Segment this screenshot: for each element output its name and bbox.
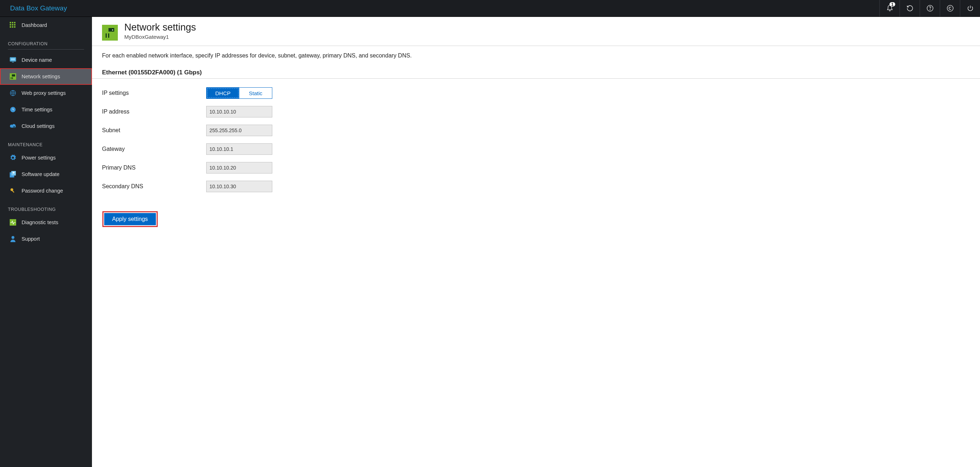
- sidebar-label: Diagnostic tests: [22, 219, 58, 225]
- input-ip-address[interactable]: [206, 106, 272, 118]
- svg-rect-3: [10, 22, 11, 23]
- row-ip-address: IP address: [102, 102, 970, 121]
- label-ip-address: IP address: [102, 108, 206, 115]
- sidebar-item-support[interactable]: Support: [0, 230, 92, 247]
- sidebar-item-device-name[interactable]: Device name: [0, 52, 92, 68]
- help-button[interactable]: [920, 0, 940, 16]
- row-ip-settings: IP settings DHCP Static: [102, 84, 970, 102]
- page-network-icon: [102, 25, 118, 41]
- sidebar: Dashboard CONFIGURATION Device name Netw…: [0, 17, 92, 467]
- svg-rect-9: [10, 26, 11, 28]
- svg-rect-28: [108, 28, 114, 32]
- apply-settings-button[interactable]: Apply settings: [104, 213, 156, 225]
- sidebar-label: Cloud settings: [22, 123, 55, 129]
- ethernet-heading: Ethernet (00155D2FA000) (1 Gbps): [92, 59, 980, 79]
- label-ip-settings: IP settings: [102, 90, 206, 96]
- ip-settings-toggle: DHCP Static: [206, 87, 272, 99]
- monitor-icon: [10, 56, 16, 64]
- gear-icon: [10, 154, 16, 161]
- svg-rect-16: [11, 77, 11, 79]
- svg-rect-29: [106, 33, 107, 38]
- sidebar-label: Power settings: [22, 155, 56, 160]
- copyright-button[interactable]: [940, 0, 960, 16]
- sidebar-label: Web proxy settings: [22, 90, 66, 96]
- copyright-icon: [947, 5, 954, 12]
- sidebar-label: Network settings: [22, 74, 60, 79]
- input-gateway[interactable]: [206, 143, 272, 155]
- sidebar-label: Software update: [22, 172, 60, 177]
- sidebar-section-maintenance: MAINTENANCE: [0, 134, 92, 149]
- svg-rect-10: [12, 26, 13, 28]
- sidebar-item-dashboard[interactable]: Dashboard: [0, 17, 92, 33]
- key-icon: [10, 187, 16, 194]
- svg-rect-5: [14, 22, 16, 23]
- toggle-dhcp[interactable]: DHCP: [207, 87, 239, 98]
- help-icon: [926, 5, 934, 12]
- power-button[interactable]: [960, 0, 980, 16]
- input-secondary-dns[interactable]: [206, 181, 272, 192]
- page-title: Network settings: [124, 22, 196, 33]
- svg-rect-6: [10, 24, 11, 25]
- refresh-icon: [906, 5, 913, 12]
- heartbeat-icon: [10, 219, 16, 226]
- input-primary-dns[interactable]: [206, 162, 272, 173]
- svg-rect-24: [12, 191, 14, 193]
- sidebar-label: Support: [22, 236, 40, 242]
- row-gateway: Gateway: [102, 140, 970, 159]
- row-secondary-dns: Secondary DNS: [102, 177, 970, 196]
- svg-rect-13: [11, 58, 15, 61]
- dashboard-icon: [10, 22, 16, 29]
- sidebar-label: Device name: [22, 57, 52, 63]
- label-gateway: Gateway: [102, 146, 206, 152]
- cloud-gear-icon: [10, 122, 16, 130]
- page-header: Network settings MyDBoxGateway1: [92, 17, 980, 46]
- row-primary-dns: Primary DNS: [102, 159, 970, 177]
- row-subnet: Subnet: [102, 121, 970, 140]
- sidebar-item-power-settings[interactable]: Power settings: [0, 149, 92, 166]
- sidebar-item-password-change[interactable]: Password change: [0, 183, 92, 199]
- app-title: Data Box Gateway: [0, 4, 67, 12]
- svg-rect-4: [12, 22, 13, 23]
- sidebar-section-troubleshooting: TROUBLESHOOTING: [0, 199, 92, 214]
- update-icon: [10, 171, 16, 178]
- svg-rect-30: [108, 33, 109, 38]
- sidebar-item-software-update[interactable]: Software update: [0, 166, 92, 183]
- sidebar-item-web-proxy[interactable]: Web proxy settings: [0, 85, 92, 101]
- main-content: Network settings MyDBoxGateway1 For each…: [92, 17, 980, 467]
- clock-icon: [10, 106, 16, 113]
- sidebar-item-cloud-settings[interactable]: Cloud settings: [0, 118, 92, 134]
- person-icon: [10, 235, 16, 243]
- power-icon: [967, 5, 974, 12]
- input-subnet[interactable]: [206, 125, 272, 136]
- notifications-button[interactable]: 1: [880, 0, 899, 16]
- sidebar-section-configuration: CONFIGURATION: [8, 33, 84, 49]
- svg-rect-8: [14, 24, 16, 25]
- refresh-button[interactable]: [899, 0, 920, 16]
- svg-rect-11: [14, 26, 16, 28]
- sidebar-label: Time settings: [22, 107, 52, 113]
- network-form: IP settings DHCP Static IP address Subne…: [92, 79, 980, 203]
- svg-rect-31: [112, 29, 113, 30]
- sidebar-label: Password change: [22, 188, 63, 194]
- svg-point-26: [11, 236, 14, 239]
- sidebar-item-diagnostic-tests[interactable]: Diagnostic tests: [0, 214, 92, 230]
- sidebar-item-time-settings[interactable]: Time settings: [0, 101, 92, 118]
- svg-rect-15: [12, 75, 15, 76]
- label-primary-dns: Primary DNS: [102, 165, 206, 171]
- notification-badge: 1: [889, 2, 895, 6]
- network-icon: [10, 73, 16, 80]
- sidebar-label: Dashboard: [22, 22, 47, 28]
- topbar: Data Box Gateway 1: [0, 0, 980, 17]
- svg-point-20: [13, 126, 15, 128]
- topbar-actions: 1: [880, 0, 980, 16]
- page-subtitle: MyDBoxGateway1: [124, 34, 196, 40]
- toggle-static[interactable]: Static: [239, 87, 272, 98]
- label-subnet: Subnet: [102, 127, 206, 133]
- globe-icon: [10, 89, 16, 97]
- page-description: For each enabled network interface, spec…: [92, 46, 980, 59]
- label-secondary-dns: Secondary DNS: [102, 183, 206, 190]
- sidebar-item-network-settings[interactable]: Network settings: [0, 68, 92, 85]
- svg-point-2: [947, 5, 953, 11]
- svg-rect-7: [12, 24, 13, 25]
- svg-rect-17: [12, 77, 13, 79]
